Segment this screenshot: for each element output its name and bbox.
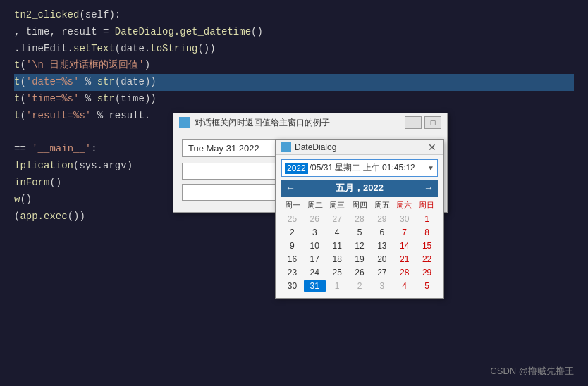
prev-month-button[interactable]: ← [286,182,295,194]
cal-cell[interactable]: 2 [349,280,371,292]
cal-cell[interactable]: 4 [393,280,415,292]
cal-header-周三: 周三 [326,199,348,211]
inner-dialog-close[interactable]: ✕ [427,142,438,152]
cal-cell[interactable]: 3 [371,280,393,292]
cal-cell[interactable]: 5 [349,226,371,239]
cal-cell[interactable]: 22 [416,253,438,266]
outer-dialog-controls: ─ □ [405,116,441,129]
datetime-year-selected: 2022 [285,163,308,174]
cal-cell[interactable]: 4 [326,226,348,239]
cal-cell[interactable]: 16 [281,253,303,266]
cal-cell[interactable]: 1 [326,280,348,292]
cal-cell[interactable]: 1 [416,213,438,225]
month-nav: ← 五月，2022 → [281,180,438,197]
cal-cell[interactable]: 3 [304,226,326,239]
inner-dialog-title: DateDialog [295,142,336,152]
cal-header-周六: 周六 [393,199,416,211]
cal-cell[interactable]: 25 [326,266,348,279]
cal-cell[interactable]: 7 [393,226,415,239]
cal-cell[interactable]: 27 [371,266,393,279]
inner-dialog-titlebar: DateDialog ✕ [276,140,443,155]
cal-cell[interactable]: 20 [371,253,393,266]
inner-title-left: DateDialog [281,142,336,152]
outer-dialog-icon [179,117,190,128]
cal-cell[interactable]: 13 [371,239,393,252]
outer-dialog-title-left: 对话框关闭时返回值给主窗口的例子 [179,117,330,129]
datetime-dropdown-arrow[interactable]: ▼ [427,164,434,172]
datetime-rest: /05/31 星期二 上午 01:45:12 [308,161,417,175]
datetime-row[interactable]: 2022 /05/31 星期二 上午 01:45:12 ▼ [281,159,438,177]
cal-cell[interactable]: 24 [304,266,326,279]
cal-cell[interactable]: 28 [393,266,415,279]
cal-cell[interactable]: 6 [371,226,393,239]
cal-cell[interactable]: 21 [393,253,415,266]
cal-cell[interactable]: 23 [281,266,303,279]
cal-cell[interactable]: 30 [281,280,303,292]
cal-cell[interactable]: 17 [304,253,326,266]
cal-cell[interactable]: 28 [349,213,371,225]
csdn-watermark: CSDN @撸贼先撸王 [490,365,574,378]
inner-dialog: DateDialog ✕ 2022 /05/31 星期二 上午 01:45:12… [275,139,444,299]
outer-dialog-titlebar: 对话框关闭时返回值给主窗口的例子 ─ □ [173,113,447,132]
cal-cell[interactable]: 15 [416,239,438,252]
cal-cell[interactable]: 5 [416,280,438,292]
cal-cell[interactable]: 18 [326,253,348,266]
cal-cell[interactable]: 19 [349,253,371,266]
cal-cell[interactable]: 29 [371,213,393,225]
month-title: 五月，2022 [336,182,384,194]
calendar: 周一周二周三周四周五周六周日 2526272829301234567891011… [281,199,438,292]
next-month-button[interactable]: → [424,182,434,194]
cal-header-周日: 周日 [415,199,438,211]
maximize-button[interactable]: □ [424,116,441,129]
calendar-header: 周一周二周三周四周五周六周日 [281,199,438,211]
minimize-button[interactable]: ─ [405,116,422,129]
cal-header-周四: 周四 [348,199,371,211]
cal-cell[interactable]: 12 [349,239,371,252]
cal-header-周五: 周五 [371,199,393,211]
cal-cell[interactable]: 11 [326,239,348,252]
cal-header-周一: 周一 [281,199,304,211]
cal-cell[interactable]: 30 [393,213,415,225]
cal-cell[interactable]: 27 [326,213,348,225]
calendar-grid: 2526272829301234567891011121314151617181… [281,213,438,292]
cal-cell[interactable]: 8 [416,226,438,239]
outer-dialog-title: 对话框关闭时返回值给主窗口的例子 [195,117,330,129]
cal-cell[interactable]: 9 [281,239,303,252]
cal-cell[interactable]: 26 [304,213,326,225]
cal-cell[interactable]: 25 [281,213,303,225]
cal-cell[interactable]: 26 [349,266,371,279]
cal-cell[interactable]: 14 [393,239,415,252]
cal-cell[interactable]: 29 [416,266,438,279]
cal-cell[interactable]: 2 [281,226,303,239]
cal-cell[interactable]: 10 [304,239,326,252]
cal-cell[interactable]: 31 [304,280,326,292]
cal-header-周二: 周二 [304,199,326,211]
inner-dialog-icon [281,142,291,152]
